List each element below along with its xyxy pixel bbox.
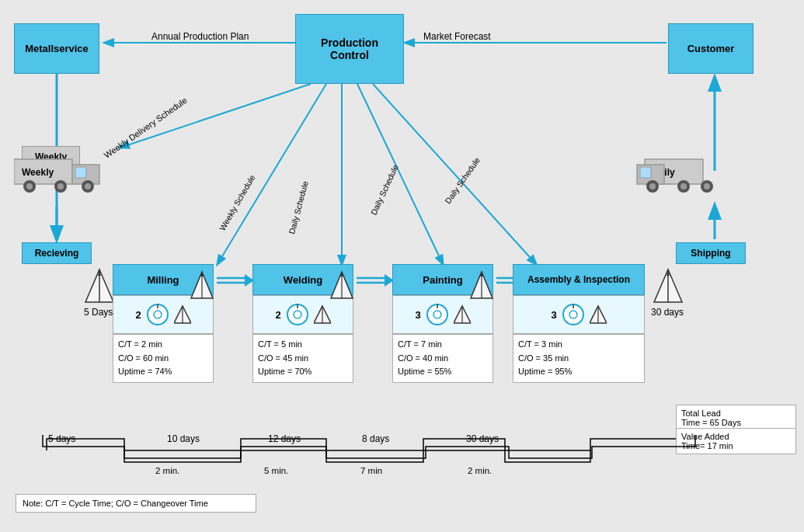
welding-info: C/T = 5 min C/O = 45 min Uptime = 70% bbox=[252, 334, 353, 383]
assembly-info: C/T = 3 min C/O = 35 min Uptime = 95% bbox=[513, 334, 645, 383]
production-control-label: ProductionControl bbox=[321, 37, 378, 61]
weekly-schedule-label: Weekly Schedule bbox=[218, 173, 257, 232]
daily-schedule1-label: Daily Schedule bbox=[287, 180, 310, 235]
market-forecast-label: Market Forecast bbox=[423, 31, 491, 42]
svg-line-5 bbox=[218, 84, 326, 264]
weekly-delivery-schedule-label: Weekly Delivery Schedule bbox=[103, 96, 189, 160]
push-arrow-2 bbox=[355, 272, 394, 295]
svg-point-27 bbox=[649, 183, 656, 190]
svg-line-8 bbox=[373, 84, 536, 264]
milling-info: C/T = 2 min C/O = 60 min Uptime = 74% bbox=[113, 334, 214, 383]
customer-box: Customer bbox=[668, 23, 754, 74]
svg-line-7 bbox=[357, 84, 443, 264]
welding-operator-triangle bbox=[314, 304, 331, 325]
svg-rect-25 bbox=[640, 167, 651, 178]
svg-point-20 bbox=[85, 183, 91, 190]
metallservice-label: Metallservice bbox=[25, 43, 89, 54]
welding-dial bbox=[286, 303, 309, 326]
inv-tri-3 bbox=[469, 270, 494, 300]
welding-operators: 2 bbox=[252, 295, 353, 334]
assembly-process-box: Assembly & Inspection bbox=[513, 264, 645, 295]
painting-operators: 3 bbox=[392, 295, 493, 334]
milling-dial bbox=[146, 303, 169, 326]
assembly-dial bbox=[562, 303, 585, 326]
inventory-triangle-shipping bbox=[653, 268, 684, 305]
daily-schedule3-label: Daily Schedule bbox=[443, 155, 482, 205]
svg-point-18 bbox=[57, 183, 64, 190]
metallservice-box: Metallservice bbox=[14, 23, 99, 74]
painting-info: C/T = 7 min C/O = 40 min Uptime = 55% bbox=[392, 334, 493, 383]
push-arrow-1 bbox=[215, 272, 254, 295]
inventory-triangle-receiving bbox=[84, 268, 115, 305]
annual-production-plan-label: Annual Production Plan bbox=[151, 31, 249, 42]
shipping-box: Shipping bbox=[676, 242, 746, 264]
svg-point-29 bbox=[680, 183, 687, 190]
inv-tri-1 bbox=[190, 270, 214, 300]
inv-tri-2 bbox=[329, 270, 354, 300]
receiving-days-label: 5 Days bbox=[84, 307, 113, 318]
svg-line-3 bbox=[120, 84, 311, 148]
diagram: Metallservice ProductionControl Customer… bbox=[0, 0, 804, 532]
svg-point-31 bbox=[704, 183, 710, 190]
weekly-truck: Weekly bbox=[14, 155, 115, 198]
svg-rect-14 bbox=[75, 167, 86, 178]
daily-schedule2-label: Daily Schedule bbox=[369, 163, 400, 217]
assembly-operator-triangle bbox=[590, 304, 607, 325]
receiving-box: Recieving bbox=[22, 242, 92, 264]
note-box: Note: C/T = Cycle Time; C/O = Changeover… bbox=[16, 494, 256, 513]
svg-point-16 bbox=[26, 183, 33, 190]
shipping-days-label: 30 days bbox=[651, 307, 684, 318]
milling-operators: 2 bbox=[113, 295, 214, 334]
milling-operator-triangle bbox=[174, 304, 191, 325]
timeline-chart bbox=[0, 416, 715, 478]
svg-text:Weekly: Weekly bbox=[22, 167, 54, 178]
assembly-operators: 3 bbox=[513, 295, 645, 334]
customer-label: Customer bbox=[687, 43, 735, 54]
painting-dial bbox=[426, 303, 449, 326]
painting-operator-triangle bbox=[454, 304, 471, 325]
production-control-box: ProductionControl bbox=[295, 14, 404, 84]
daily-truck: Daily bbox=[629, 155, 730, 198]
